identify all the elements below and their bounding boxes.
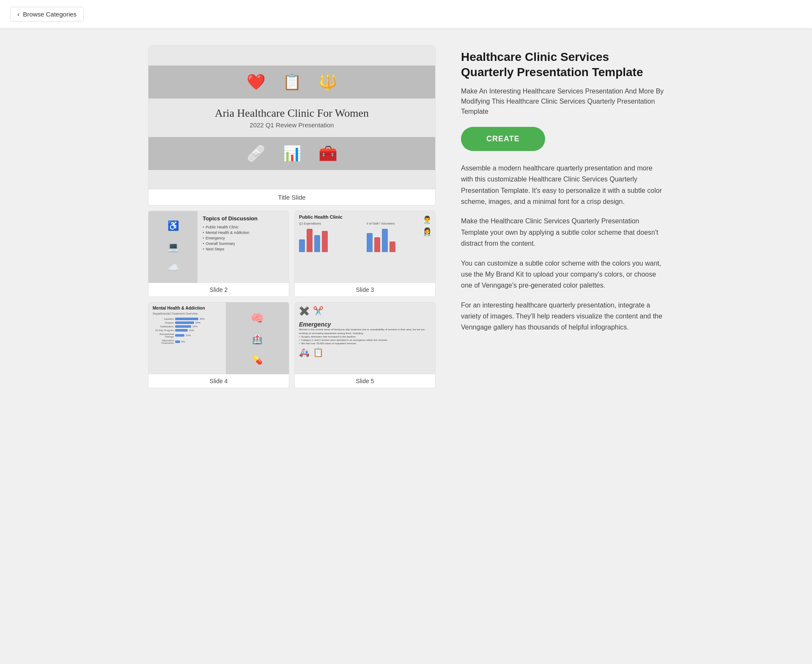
slide2-item-4: Overall Summary: [203, 241, 284, 246]
slide5-label: Slide 5: [295, 374, 435, 388]
slide2-item-5: Next Steps: [203, 247, 284, 251]
slide5-card: ✖️ ✂️ Emergency Women in the remote area…: [294, 302, 436, 388]
horiz-bar-row-2: Support 28%: [153, 321, 222, 324]
slide3-content: Public Health Clinic Q1 Expenditures: [295, 211, 435, 283]
scissors-icon: ✂️: [313, 306, 324, 316]
bar-val-6: 8%: [181, 340, 185, 343]
cross-icon: ✖️: [299, 306, 310, 316]
bar-3: [314, 235, 320, 252]
slide5-content: ✖️ ✂️ Emergency Women in the remote area…: [295, 302, 435, 374]
slide4-content: Mental Health & Addiction Departmental T…: [148, 302, 289, 374]
bar-inpatient: [175, 318, 198, 320]
slide2-left-icons: ♿ 💻 ☁️: [148, 211, 198, 283]
nurse-icon: 👩‍⚕️: [422, 227, 432, 236]
horiz-bar-row-4: 15-Day Program 20%: [153, 329, 222, 332]
slide3-chart-title-2: # of Staff / Volunteers: [367, 222, 431, 225]
bar-support: [175, 321, 194, 324]
create-button[interactable]: CREATE: [461, 127, 545, 151]
ambulance-icon: 🚑: [299, 347, 310, 357]
medical-cross-icon: 🏥: [252, 335, 263, 345]
bar-8: [390, 241, 395, 252]
slide-main-subtitle: 2022 Q1 Review Presentation: [250, 121, 334, 129]
slide4-card: Mental Health & Addiction Departmental T…: [148, 302, 289, 388]
title-slide-card: ❤️ 📋 🔱 Aria Healthcare Clinic For Women …: [148, 45, 436, 206]
bar-7: [382, 229, 388, 252]
slide2-right: Topics of Discussion Public Health Clini…: [198, 211, 289, 283]
slide4-right-icons: 🧠 🏥 💊: [226, 302, 289, 374]
bar-alternative: [175, 340, 180, 343]
thumbnail-grid: ♿ 💻 ☁️ Topics of Discussion Public Healt…: [148, 211, 436, 388]
reproductive-icon: 🔱: [318, 73, 337, 91]
expenditures-bar-chart: [299, 227, 363, 252]
wheelchair-icon: ♿: [167, 220, 179, 231]
back-button[interactable]: ‹ Browse Categories: [10, 7, 84, 22]
slide4-left: Mental Health & Addiction Departmental T…: [148, 302, 226, 374]
body-paragraph-3: You can customize a subtle color scheme …: [461, 258, 664, 291]
slide3-label: Slide 3: [295, 283, 435, 296]
main-content: ❤️ 📋 🔱 Aria Healthcare Clinic For Women …: [131, 45, 681, 388]
template-title: Healthcare Clinic Services Quarterly Pre…: [461, 49, 664, 80]
chevron-left-icon: ‹: [17, 11, 19, 18]
slide2-title: Topics of Discussion: [203, 215, 284, 222]
slide3-chart-expenditures: Q1 Expenditures: [299, 222, 363, 252]
back-button-label: Browse Categories: [23, 11, 77, 18]
bar-15day: [175, 329, 188, 332]
slide5-bullet-1: Surgery admission rate increased in the …: [299, 335, 431, 338]
bar-val-2: 28%: [195, 321, 200, 324]
slide-bottom-strip: 🩹 📊 🧰: [148, 137, 435, 170]
heart-icon: ❤️: [247, 73, 266, 91]
horiz-bars: Inpatient 35% Support 28% Stabilization: [153, 318, 222, 344]
slides-panel: ❤️ 📋 🔱 Aria Healthcare Clinic For Women …: [148, 45, 436, 388]
slide5-bullet-3: We had over 79,000 cases of outpatient s…: [299, 342, 431, 345]
bar-5: [367, 233, 373, 252]
medicine-icon: 💊: [252, 355, 263, 365]
monitor-icon: 📊: [283, 145, 302, 162]
slide3-right-icons: 👨‍⚕️ 👩‍⚕️: [422, 215, 432, 236]
bar-label-4: 15-Day Program: [153, 329, 174, 332]
bar-label-1: Inpatient: [153, 318, 174, 320]
bar-recreation: [175, 334, 184, 337]
bar-label-5: Recreational Therapy: [153, 333, 174, 338]
header: ‹ Browse Categories: [0, 0, 812, 28]
bar-val-1: 35%: [200, 318, 205, 320]
bar-label-3: Stabilization: [153, 325, 174, 328]
horiz-bar-row-1: Inpatient 35%: [153, 318, 222, 320]
bar-val-3: 24%: [192, 325, 198, 328]
slide3-charts: Q1 Expenditures # of Staff / Volunteers: [299, 222, 431, 252]
info-panel: Healthcare Clinic Services Quarterly Pre…: [461, 45, 664, 388]
bar-val-5: 14%: [186, 334, 191, 337]
bar-val-4: 20%: [189, 329, 194, 332]
slide5-bullet-2: Category 1 and 2 women were admitted in …: [299, 339, 431, 341]
bar-4: [322, 231, 328, 252]
slide2-content: ♿ 💻 ☁️ Topics of Discussion Public Healt…: [148, 211, 289, 283]
clipboard-icon: 📋: [283, 73, 302, 91]
body-paragraph-4: For an interesting healthcare quarterly …: [461, 300, 664, 333]
computer-icon: 💻: [167, 241, 179, 252]
slide-header-strip: ❤️ 📋 🔱: [148, 66, 435, 99]
bandaid-icon: 🩹: [247, 145, 266, 162]
bar-label-2: Support: [153, 321, 174, 324]
horiz-bar-row-3: Stabilization 24%: [153, 325, 222, 328]
body-paragraph-2: Make the Healthcare Clinic Services Quar…: [461, 216, 664, 249]
bar-stabilization: [175, 325, 191, 328]
bar-label-6: Alternative Treatments: [153, 339, 174, 344]
medkit-icon: 🧰: [318, 145, 337, 162]
slide4-title: Mental Health & Addiction: [153, 306, 222, 310]
doctor-icon: 👨‍⚕️: [422, 215, 432, 225]
slide3-chart-staff: # of Staff / Volunteers: [367, 222, 431, 252]
slide2-item-2: Mental Health & Addiction: [203, 230, 284, 235]
title-slide-label: Title Slide: [148, 189, 435, 205]
slide5-icons-row: ✖️ ✂️: [299, 306, 324, 316]
slide5-title: Emergency: [299, 321, 431, 328]
slide4-label: Slide 4: [148, 374, 289, 388]
bar-2: [307, 229, 313, 252]
slide3-title: Public Health Clinic: [299, 214, 431, 220]
bar-6: [374, 237, 380, 252]
slide2-card: ♿ 💻 ☁️ Topics of Discussion Public Healt…: [148, 211, 289, 297]
cloud-icon: ☁️: [167, 263, 179, 274]
slide2-item-3: Emergency: [203, 236, 284, 240]
title-slide-image: ❤️ 📋 🔱 Aria Healthcare Clinic For Women …: [148, 46, 435, 189]
horiz-bar-row-5: Recreational Therapy 14%: [153, 333, 222, 338]
slide5-bottom-icons: 🚑 📋: [299, 347, 431, 357]
staff-bar-chart: [367, 227, 431, 252]
